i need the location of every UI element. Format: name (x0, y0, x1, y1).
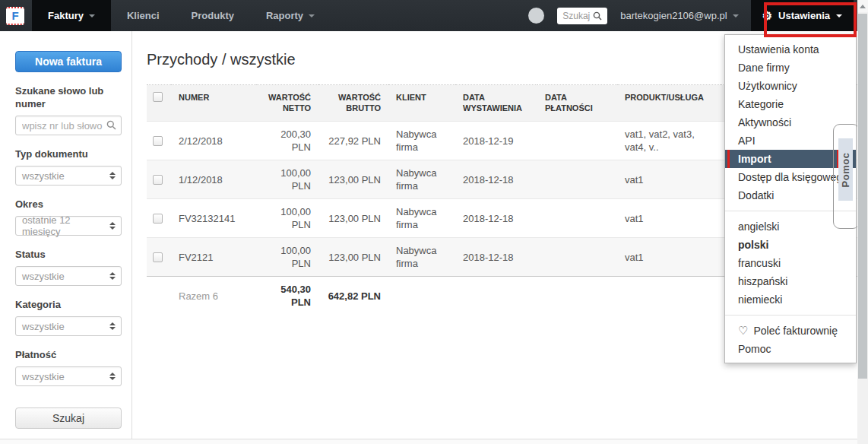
navbar-right: bartekogien2106@wp.pl ⚙ Ustawienia (528, 0, 868, 31)
select-arrows-icon (109, 272, 116, 280)
top-navbar: F Faktury Klienci Produkty Raporty barte… (0, 0, 868, 31)
col-header-produkt[interactable]: PRODUKT/USŁUGA (617, 85, 721, 122)
gear-icon: ⚙ (762, 10, 772, 21)
help-tab-button[interactable]: Pomoc (838, 138, 853, 201)
menu-item-uzytkownicy[interactable]: Użytkownicy (725, 77, 856, 95)
cell-data-platnosci (537, 238, 617, 277)
cell-numer[interactable]: 2/12/2018 (171, 122, 256, 160)
cell-produkt: vat1 (617, 199, 721, 238)
cell-klient[interactable]: Nabywca firma (388, 122, 455, 160)
cell-numer[interactable]: FV2121 (171, 238, 256, 277)
cell-data-platnosci (537, 199, 617, 238)
cell-klient[interactable]: Nabywca firma (388, 238, 455, 277)
doc-type-value: wszystkie (22, 170, 65, 182)
scroll-up-button[interactable] (857, 0, 868, 12)
totals-brutto: 642,82 PLN (318, 277, 388, 316)
row-checkbox[interactable] (153, 252, 163, 262)
scrollbar-thumb[interactable] (858, 14, 867, 379)
cell-klient[interactable]: Nabywca firma (388, 199, 455, 238)
search-icon[interactable] (593, 11, 602, 21)
cell-brutto: 123,00 PLN (318, 238, 388, 277)
select-arrows-icon (109, 222, 116, 230)
row-checkbox[interactable] (153, 136, 163, 146)
nav-item-label: Klienci (127, 10, 160, 21)
menu-item-lang-francuski[interactable]: francuski (725, 254, 856, 272)
menu-item-ustawienia-konta[interactable]: Ustawienia konta (725, 40, 856, 59)
col-header-klient[interactable]: KLIENT (388, 85, 455, 122)
heart-icon: ♡ (738, 324, 748, 337)
menu-item-polec-fakturownie[interactable]: ♡Poleć fakturownię (725, 322, 856, 340)
doc-type-select[interactable]: wszystkie (15, 166, 122, 186)
cell-netto: 100,00 PLN (256, 160, 318, 199)
cell-data-wystawienia: 2018-12-19 (455, 122, 537, 160)
nav-item-klienci[interactable]: Klienci (111, 0, 176, 31)
avatar[interactable] (528, 8, 544, 24)
category-select[interactable]: wszystkie (15, 316, 122, 336)
user-menu[interactable]: bartekogien2106@wp.pl (620, 10, 738, 21)
main-nav: Faktury Klienci Produkty Raporty (32, 0, 331, 31)
cell-data-wystawienia: 2018-12-18 (455, 238, 537, 277)
period-value: ostatnie 12 miesięcy (22, 214, 109, 237)
cell-data-platnosci (537, 160, 617, 199)
category-value: wszystkie (22, 321, 65, 332)
menu-item-dane-firmy[interactable]: Dane firmy (725, 59, 856, 77)
keyword-filter-label: Szukane słowo lub numer (15, 84, 122, 110)
menu-item-lang-polski[interactable]: polski (725, 236, 856, 254)
keyword-input[interactable] (15, 116, 122, 135)
cell-netto: 100,00 PLN (256, 199, 318, 238)
payment-select[interactable]: wszystkie (15, 366, 122, 386)
nav-item-raporty[interactable]: Raporty (250, 0, 331, 31)
filters-sidebar: Nowa faktura Szukane słowo lub numer Typ… (0, 31, 132, 444)
menu-divider (725, 315, 856, 316)
sidebar-search-button[interactable]: Szukaj (15, 408, 122, 429)
menu-item-lang-niemiecki[interactable]: niemiecki (725, 290, 856, 309)
chevron-down-icon (733, 14, 739, 17)
scroll-up-icon (860, 5, 866, 8)
chevron-down-icon (89, 14, 95, 17)
nav-item-faktury[interactable]: Faktury (32, 0, 111, 31)
cell-data-platnosci (537, 122, 617, 160)
category-label: Kategoria (15, 298, 122, 311)
nav-item-produkty[interactable]: Produkty (176, 0, 250, 31)
settings-button[interactable]: ⚙ Ustawienia (751, 0, 854, 31)
col-header-netto[interactable]: WARTOŚĆ NETTO (256, 85, 318, 122)
payment-value: wszystkie (22, 371, 65, 382)
chevron-down-icon (836, 14, 842, 17)
row-checkbox[interactable] (153, 175, 163, 185)
cell-data-wystawienia: 2018-12-18 (455, 160, 537, 199)
cell-produkt: vat1, vat2, vat3, vat4, v.. (617, 122, 721, 160)
menu-item-pomoc[interactable]: Pomoc (725, 340, 856, 358)
status-label: Status (15, 248, 122, 261)
keyword-filter (15, 116, 122, 135)
totals-label: Razem 6 (171, 277, 256, 316)
global-search-input[interactable] (562, 11, 593, 21)
col-header-data-wystawienia[interactable]: DATA WYSTAWIENIA (455, 85, 537, 122)
recommend-label: Poleć fakturownię (753, 325, 838, 337)
global-search-box (557, 8, 607, 24)
status-select[interactable]: wszystkie (15, 266, 122, 286)
help-tab-label: Pomoc (840, 152, 851, 187)
cell-numer[interactable]: 1/12/2018 (171, 160, 256, 199)
period-select[interactable]: ostatnie 12 miesięcy (15, 216, 122, 236)
select-arrows-icon (109, 322, 116, 330)
new-invoice-button[interactable]: Nowa faktura (15, 51, 122, 72)
row-checkbox[interactable] (153, 214, 163, 224)
menu-item-kategorie[interactable]: Kategorie (725, 95, 856, 113)
col-header-data-platnosci[interactable]: DATA PŁATNOŚCI (537, 85, 617, 122)
col-header-brutto[interactable]: WARTOŚĆ BRUTTO (318, 85, 388, 122)
app-logo[interactable]: F (6, 7, 24, 25)
cell-klient[interactable]: Nabywca firma (388, 160, 455, 199)
menu-item-lang-hiszpanski[interactable]: hiszpański (725, 272, 856, 290)
settings-button-label: Ustawienia (778, 10, 830, 21)
col-header-numer[interactable]: NUMER (171, 85, 256, 122)
cell-data-wystawienia: 2018-12-18 (455, 199, 537, 238)
search-icon (106, 120, 116, 130)
cell-numer[interactable]: FV32132141 (171, 199, 256, 238)
doc-type-label: Typ dokumentu (15, 147, 122, 160)
select-all-checkbox[interactable] (153, 92, 163, 102)
cell-produkt: vat1 (617, 238, 721, 277)
nav-item-label: Produkty (192, 10, 234, 21)
period-label: Okres (15, 198, 122, 211)
cell-brutto: 227,92 PLN (318, 122, 388, 160)
menu-item-import-label: Import (738, 153, 771, 165)
